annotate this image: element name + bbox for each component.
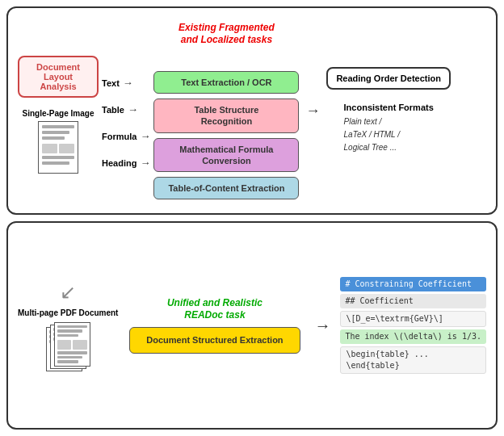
top-inner: Document Layout Analysis Single-Page Ima… xyxy=(18,22,486,200)
doc-block-inner xyxy=(57,340,72,350)
unified-line2: READoc task xyxy=(184,309,245,321)
task-table: Table Structure Recognition xyxy=(153,99,299,133)
multipage-doc xyxy=(46,322,90,371)
structured-extraction-label: Document Structured Extraction xyxy=(146,335,283,345)
existing-line2: and Localized tasks xyxy=(181,34,272,45)
bottom-left: ↙ Multi-page PDF Document xyxy=(18,281,118,371)
task-toc: Table-of-Content Extraction xyxy=(153,177,299,199)
task-table-label: Table Structure Recognition xyxy=(194,105,258,126)
label-table: Table → xyxy=(102,103,150,115)
code-line-3: \[D_e=\textrm{GeV}\] xyxy=(340,311,486,327)
right-col: Reading Order Detection Inconsistent For… xyxy=(326,67,451,154)
arrow-icon: → xyxy=(140,130,150,142)
doc-line xyxy=(57,329,82,333)
cycle-arrow-icon: ↙ xyxy=(60,281,76,304)
reading-order-box: Reading Order Detection xyxy=(326,67,451,90)
top-section: Document Layout Analysis Single-Page Ima… xyxy=(6,6,498,215)
task-ocr-label: Text Extraction / OCR xyxy=(181,78,271,87)
code-line-2: ## Coefficient xyxy=(340,294,486,308)
doc-line xyxy=(57,334,78,337)
label-heading: Heading → xyxy=(102,157,150,169)
existing-label: Existing Fragmented and Localized tasks xyxy=(178,22,275,47)
bottom-section: ↙ Multi-page PDF Document xyxy=(6,221,498,430)
page-image-area: Single-Page Image xyxy=(23,109,94,174)
code-line-4: The index \(\delta\) is 1/3. xyxy=(340,329,486,344)
code-text-1: # Constraining Coefficient xyxy=(345,279,472,288)
task-formula: Mathematical Formula Conversion xyxy=(153,138,299,173)
task-formula-label: Mathematical Formula Conversion xyxy=(179,145,273,166)
label-text: Text → xyxy=(102,77,150,89)
doc-line xyxy=(42,156,74,159)
long-arrow-icon: → xyxy=(305,103,320,119)
inconsistent-area: Inconsistent Formats Plain text / LaTeX … xyxy=(344,103,434,154)
dla-box: Document Layout Analysis xyxy=(18,56,99,98)
doc-block xyxy=(42,144,74,153)
doc-line xyxy=(42,131,69,134)
arrow-icon: → xyxy=(128,103,138,115)
doc-line xyxy=(57,325,87,329)
reading-order-label: Reading Order Detection xyxy=(336,73,441,83)
labels-col: Text → Table → Formula → Heading → xyxy=(102,77,150,169)
unified-label: Unified and Realistic READoc task xyxy=(167,297,262,322)
page-image-label: Single-Page Image xyxy=(23,109,94,118)
doc-sheet-1 xyxy=(54,322,90,367)
tasks-wrapper: Text Extraction / OCR Table Structure Re… xyxy=(153,71,299,200)
label-formula: Formula → xyxy=(102,130,150,142)
page-doc xyxy=(38,121,78,174)
label-formula-span: Formula xyxy=(102,132,136,141)
code-text-4: The index \(\delta\) is 1/3. xyxy=(345,332,481,341)
code-text-3: \[D_e=\textrm{GeV}\] xyxy=(346,314,443,323)
bottom-arrow-icon: → xyxy=(314,317,330,335)
arrow-icon: → xyxy=(140,157,150,169)
inconsistent-title: Inconsistent Formats xyxy=(344,103,434,112)
bottom-center: Unified and Realistic READoc task Docume… xyxy=(124,297,304,354)
structured-extraction-box: Document Structured Extraction xyxy=(129,327,300,354)
tasks-col-wrapper: Existing Fragmented and Localized tasks … xyxy=(153,22,299,200)
main-container: Document Layout Analysis Single-Page Ima… xyxy=(0,0,504,436)
task-toc-label: Table-of-Content Extraction xyxy=(168,183,284,193)
code-output-area: # Constraining Coefficient ## Coefficien… xyxy=(340,277,486,374)
dla-title: Document Layout Analysis xyxy=(36,62,80,91)
inconsistent-list: Plain text / LaTeX / HTML / Logical Tree… xyxy=(344,115,434,154)
doc-line xyxy=(57,356,82,359)
label-text-span: Text xyxy=(102,78,120,88)
unified-line1: Unified and Realistic xyxy=(167,297,262,308)
multipage-label: Multi-page PDF Document xyxy=(18,308,118,317)
label-heading-span: Heading xyxy=(102,158,136,168)
code-line-1: # Constraining Coefficient xyxy=(340,277,486,291)
doc-line xyxy=(42,161,69,165)
doc-line xyxy=(57,360,78,363)
doc-block-inner xyxy=(42,144,57,153)
label-table-span: Table xyxy=(102,105,124,115)
doc-line xyxy=(42,136,65,140)
code-line-5: \begin{table} ...\end{table} xyxy=(340,346,486,374)
doc-block-inner xyxy=(73,340,87,350)
task-ocr: Text Extraction / OCR xyxy=(153,71,299,94)
arrow-icon: → xyxy=(123,77,133,89)
doc-line xyxy=(42,125,74,128)
doc-line xyxy=(57,351,87,354)
existing-line1: Existing Fragmented xyxy=(178,22,275,33)
labels-tasks-row: Text → Table → Formula → Heading → xyxy=(102,22,486,200)
code-text-2: ## Coefficient xyxy=(345,296,413,305)
doc-block-inner xyxy=(59,144,74,153)
left-col: Document Layout Analysis Single-Page Ima… xyxy=(18,48,99,174)
doc-block xyxy=(57,340,87,350)
